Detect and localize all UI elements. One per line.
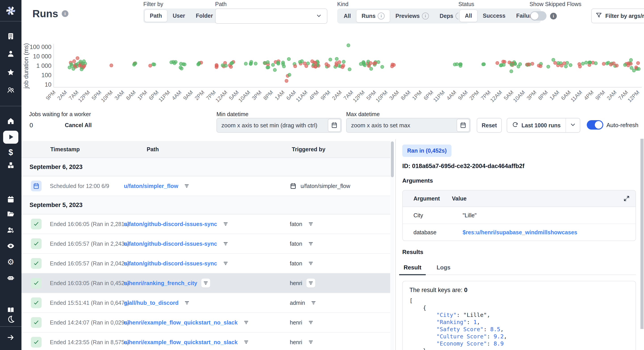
run-point-success	[482, 63, 485, 66]
last-runs-dropdown-button[interactable]	[566, 118, 580, 132]
min-datetime-calendar-button[interactable]	[328, 119, 341, 132]
table-row[interactable]: Ended 16:05:57 (Ran in 2,243s)u/faton/gi…	[22, 234, 390, 254]
tab-result[interactable]: Result	[402, 261, 422, 275]
show-skipped-flows-toggle[interactable]	[530, 11, 546, 21]
filter-by-user-icon[interactable]	[306, 259, 315, 268]
chevron-down-icon	[570, 121, 576, 129]
run-point-success	[281, 61, 285, 64]
run-path-link[interactable]: u/faton/github-discord-issues-sync	[124, 221, 217, 227]
run-point-failure	[335, 63, 338, 67]
run-path-link[interactable]: u/faton/github-discord-issues-sync	[124, 241, 217, 247]
sidebar-expand-button[interactable]	[0, 332, 22, 343]
run-path-link[interactable]: u/henri/example_flow_quickstart_no_slack	[124, 339, 238, 345]
filter-by-option-folder[interactable]: Folder	[190, 10, 218, 22]
chart-canvas[interactable]: job duration (ms)100 00010 0001 00010010…	[22, 29, 644, 108]
x-tick-label: 2PM	[194, 89, 206, 101]
sidebar-item-schedules[interactable]	[0, 194, 22, 205]
filter-by-user-icon[interactable]	[306, 318, 315, 327]
filter-by-user-icon[interactable]	[306, 220, 315, 228]
filter-by-user-icon[interactable]	[306, 239, 315, 248]
run-point-success	[179, 66, 182, 69]
auto-refresh-toggle[interactable]	[587, 120, 603, 130]
cancel-all-button[interactable]: Cancel All	[64, 122, 93, 129]
filter-by-path-icon[interactable]	[242, 318, 251, 327]
runs-info-icon[interactable]: i	[62, 10, 68, 17]
table-scrollbar[interactable]	[390, 141, 394, 350]
panel-splitter[interactable]	[395, 139, 396, 350]
sidebar-item-resources[interactable]	[0, 160, 22, 171]
run-point-failure	[560, 64, 563, 67]
sidebar-item-workers[interactable]	[0, 225, 22, 236]
windmill-logo-icon[interactable]	[0, 4, 22, 17]
run-path-link[interactable]: u/faton/simpler_flow	[124, 183, 178, 189]
sidebar-item-folders[interactable]	[0, 209, 22, 220]
sidebar-item-settings[interactable]: ⚙	[0, 257, 22, 267]
status-option-all[interactable]: All	[460, 10, 478, 22]
filter-by-path-icon[interactable]	[182, 298, 192, 307]
run-path-link[interactable]: g/all/hub_to_discord	[124, 300, 178, 306]
sidebar-item-runs[interactable]	[3, 131, 18, 144]
filter-by-path-icon[interactable]	[182, 181, 191, 190]
table-scrollbar-thumb[interactable]	[391, 141, 394, 177]
table-row[interactable]: Ended 14:24:07 (Ran in 0,029s)u/henri/ex…	[22, 313, 390, 332]
sidebar-item-home[interactable]	[0, 116, 22, 127]
duration-scatter-chart[interactable]: job duration (ms)100 00010 0001 00010010…	[22, 29, 644, 108]
info-icon[interactable]: i	[422, 13, 429, 20]
detail-scrollbar-thumb[interactable]	[640, 139, 644, 329]
filter-by-path-icon[interactable]	[221, 239, 230, 248]
status-option-success[interactable]: Success	[478, 10, 511, 22]
filter-by-user-icon[interactable]	[306, 279, 315, 287]
max-datetime-calendar-button[interactable]	[456, 119, 470, 132]
filter-by-args-button[interactable]: Filter by args/result	[591, 9, 644, 23]
run-point-failure	[294, 65, 297, 68]
detail-scrollbar[interactable]	[640, 139, 644, 350]
sidebar-item-dark-mode[interactable]	[0, 314, 22, 325]
max-datetime-input[interactable]	[346, 122, 456, 129]
table-row[interactable]: Ended 15:51:41 (Ran in 0,647s)g/all/hub_…	[22, 293, 390, 313]
run-point-success	[173, 62, 176, 65]
sidebar-item-agents[interactable]	[0, 273, 22, 283]
filter-by-path-icon[interactable]	[201, 279, 210, 287]
run-point-success	[584, 61, 588, 64]
table-row[interactable]: Ended 14:23:55 (Ran in 8,575s)u/henri/ex…	[22, 332, 390, 350]
filter-by-option-user[interactable]: User	[167, 10, 190, 22]
run-triggered-by-cell: henri	[290, 279, 315, 287]
min-datetime-input[interactable]	[217, 122, 327, 129]
filter-by-path-icon[interactable]	[242, 338, 251, 347]
sidebar-item-favorites[interactable]	[0, 67, 22, 78]
table-row[interactable]: Ended 16:06:05 (Ran in 2,281s)u/faton/gi…	[22, 214, 390, 234]
run-point-failure	[496, 61, 499, 65]
run-path-link[interactable]: u/henri/example_flow_quickstart_no_slack	[124, 319, 238, 326]
status-success-icon	[31, 297, 42, 308]
run-point-success	[250, 60, 253, 64]
sidebar-item-variables[interactable]: $	[0, 147, 22, 158]
filter-by-path-icon[interactable]	[221, 220, 230, 228]
last-runs-button[interactable]: Last 1000 runs	[507, 118, 566, 132]
run-path-link[interactable]: u/henri/ranking_french_city	[124, 280, 197, 286]
reset-button[interactable]: Reset	[477, 118, 502, 133]
kind-option-all[interactable]: All	[338, 10, 356, 22]
filter-by-user-icon[interactable]	[309, 298, 318, 307]
run-path-link[interactable]: u/faton/github-discord-issues-sync	[124, 260, 217, 267]
kind-option-runs[interactable]: Runsi	[356, 10, 390, 22]
run-point-success	[276, 62, 280, 65]
filter-by-user-icon[interactable]	[306, 338, 315, 347]
sidebar-item-audit-logs[interactable]	[0, 241, 22, 251]
table-row[interactable]: Ended 16:05:57 (Ran in 2,042s)u/faton/gi…	[22, 254, 390, 273]
filter-by-path-icon[interactable]	[221, 259, 230, 268]
expand-icon[interactable]	[622, 194, 632, 204]
sidebar-item-groups[interactable]	[0, 85, 22, 96]
path-select[interactable]	[215, 9, 327, 24]
show-skipped-info-icon[interactable]: i	[550, 13, 557, 20]
argument-value-link[interactable]: $res:u/henri/supabase_windmillshowcases	[463, 229, 577, 236]
sidebar-item-workspace[interactable]	[0, 31, 22, 42]
kind-option-previews[interactable]: Previewsi	[390, 10, 434, 22]
table-row[interactable]: Ended 16:03:05 (Ran in 0,452s)u/henri/ra…	[22, 273, 390, 293]
info-icon[interactable]: i	[378, 13, 384, 20]
run-point-failure	[148, 64, 152, 67]
filter-by-option-path[interactable]: Path	[144, 10, 167, 22]
table-row[interactable]: Scheduled for 12:00 6/9u/faton/simpler_f…	[22, 176, 390, 196]
tab-logs[interactable]: Logs	[435, 261, 452, 275]
run-point-success	[547, 65, 550, 68]
sidebar-item-user[interactable]	[0, 49, 22, 59]
